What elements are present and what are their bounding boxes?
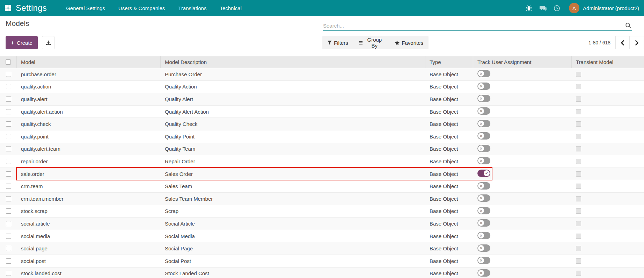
track-toggle[interactable]: × <box>477 107 490 115</box>
type-cell[interactable]: Base Object <box>425 258 473 264</box>
favorites-button[interactable]: Favorites <box>389 36 429 49</box>
menu-technical[interactable]: Technical <box>213 0 248 16</box>
menu-users-companies[interactable]: Users & Companies <box>112 0 171 16</box>
type-cell[interactable]: Base Object <box>425 146 473 152</box>
transient-checkbox[interactable] <box>576 271 581 276</box>
model-description-cell[interactable]: Social Post <box>161 258 425 264</box>
track-toggle[interactable]: × <box>477 83 490 90</box>
transient-checkbox[interactable] <box>576 221 581 226</box>
table-row[interactable]: purchase.order Purchase Order Base Objec… <box>0 68 644 81</box>
row-checkbox[interactable] <box>6 72 11 77</box>
model-description-cell[interactable]: Social Page <box>161 245 425 251</box>
type-cell[interactable]: Base Object <box>425 208 473 214</box>
model-cell[interactable]: sale.order <box>17 171 161 177</box>
model-cell[interactable]: quality.alert.action <box>17 109 161 115</box>
model-description-cell[interactable]: Sales Order <box>161 171 425 177</box>
model-cell[interactable]: quality.check <box>17 121 161 127</box>
export-button[interactable] <box>42 36 54 49</box>
type-cell[interactable]: Base Object <box>425 245 473 251</box>
model-description-cell[interactable]: Quality Point <box>161 134 425 140</box>
type-cell[interactable]: Base Object <box>425 71 473 77</box>
model-cell[interactable]: quality.alert.team <box>17 146 161 152</box>
type-cell[interactable]: Base Object <box>425 121 473 127</box>
transient-checkbox[interactable] <box>576 97 581 102</box>
model-cell[interactable]: stock.landed.cost <box>17 270 161 276</box>
transient-checkbox[interactable] <box>576 146 581 151</box>
transient-checkbox[interactable] <box>576 109 581 114</box>
model-cell[interactable]: quality.alert <box>17 96 161 102</box>
transient-checkbox[interactable] <box>576 246 581 251</box>
row-checkbox[interactable] <box>6 196 11 201</box>
track-toggle[interactable]: × <box>477 219 490 227</box>
model-cell[interactable]: repair.order <box>17 158 161 164</box>
select-all-checkbox[interactable] <box>6 59 11 65</box>
table-row[interactable]: crm.team Sales Team Base Object × <box>0 180 644 193</box>
table-row[interactable]: quality.alert Quality Alert Base Object … <box>0 93 644 106</box>
model-description-cell[interactable]: Purchase Order <box>161 71 425 77</box>
search-icon[interactable] <box>624 22 632 29</box>
row-checkbox[interactable] <box>6 159 11 164</box>
type-cell[interactable]: Base Object <box>425 270 473 276</box>
transient-checkbox[interactable] <box>576 171 581 177</box>
track-toggle[interactable]: × <box>477 182 490 190</box>
column-header-transient-model[interactable]: Transient Model <box>572 56 644 68</box>
model-description-cell[interactable]: Repair Order <box>161 158 425 164</box>
transient-checkbox[interactable] <box>576 184 581 189</box>
column-header-model[interactable]: Model <box>17 56 161 68</box>
table-row[interactable]: quality.action Quality Action Base Objec… <box>0 81 644 93</box>
group-by-button[interactable]: Group By <box>353 36 389 49</box>
track-toggle[interactable]: × <box>477 132 490 140</box>
type-cell[interactable]: Base Object <box>425 171 473 177</box>
model-cell[interactable]: quality.point <box>17 134 161 140</box>
table-row[interactable]: quality.alert.action Quality Alert Actio… <box>0 106 644 118</box>
type-cell[interactable]: Base Object <box>425 84 473 90</box>
row-checkbox[interactable] <box>6 84 11 89</box>
user-avatar[interactable]: A <box>569 3 579 13</box>
table-row[interactable]: quality.point Quality Point Base Object … <box>0 130 644 143</box>
row-checkbox[interactable] <box>6 184 11 189</box>
menu-general-settings[interactable]: General Settings <box>59 0 112 16</box>
track-toggle[interactable]: × <box>477 194 490 202</box>
table-row[interactable]: quality.check Quality Check Base Object … <box>0 118 644 130</box>
model-description-cell[interactable]: Social Article <box>161 221 425 227</box>
search-input[interactable] <box>323 23 624 29</box>
model-description-cell[interactable]: Quality Action <box>161 84 425 90</box>
model-description-cell[interactable]: Stock Landed Cost <box>161 270 425 276</box>
row-checkbox[interactable] <box>6 171 11 177</box>
row-checkbox[interactable] <box>6 121 11 127</box>
type-cell[interactable]: Base Object <box>425 109 473 115</box>
table-row[interactable]: social.post Social Post Base Object × <box>0 255 644 268</box>
table-row[interactable]: social.article Social Article Base Objec… <box>0 218 644 230</box>
column-header-model-description[interactable]: Model Description <box>161 56 425 68</box>
transient-checkbox[interactable] <box>576 258 581 264</box>
model-cell[interactable]: social.page <box>17 245 161 251</box>
transient-checkbox[interactable] <box>576 234 581 239</box>
activities-clock-icon[interactable] <box>554 5 561 12</box>
model-description-cell[interactable]: Scrap <box>161 208 425 214</box>
table-row[interactable]: repair.order Repair Order Base Object × <box>0 155 644 168</box>
transient-checkbox[interactable] <box>576 134 581 139</box>
row-checkbox[interactable] <box>6 208 11 214</box>
model-cell[interactable]: crm.team <box>17 183 161 189</box>
row-checkbox[interactable] <box>6 246 11 251</box>
row-checkbox[interactable] <box>6 271 11 276</box>
model-description-cell[interactable]: Quality Alert Action <box>161 109 425 115</box>
messages-icon[interactable] <box>540 5 547 12</box>
transient-checkbox[interactable] <box>576 84 581 89</box>
model-cell[interactable]: social.post <box>17 258 161 264</box>
model-description-cell[interactable]: Quality Alert <box>161 96 425 102</box>
table-row[interactable]: stock.landed.cost Stock Landed Cost Base… <box>0 268 644 278</box>
table-row[interactable]: crm.team.member Sales Team Member Base O… <box>0 193 644 205</box>
model-cell[interactable]: quality.action <box>17 84 161 90</box>
column-header-type[interactable]: Type <box>425 56 473 68</box>
row-checkbox[interactable] <box>6 146 11 151</box>
transient-checkbox[interactable] <box>576 72 581 77</box>
transient-checkbox[interactable] <box>576 196 581 201</box>
model-cell[interactable]: purchase.order <box>17 71 161 77</box>
row-checkbox[interactable] <box>6 109 11 114</box>
type-cell[interactable]: Base Object <box>425 134 473 140</box>
row-checkbox[interactable] <box>6 134 11 139</box>
row-checkbox[interactable] <box>6 258 11 264</box>
table-row[interactable]: sale.order Sales Order Base Object ✓ <box>0 168 644 180</box>
transient-checkbox[interactable] <box>576 121 581 127</box>
